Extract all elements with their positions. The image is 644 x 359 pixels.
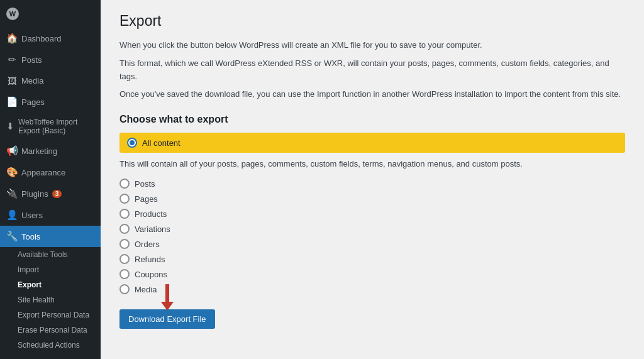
variations-radio[interactable] — [119, 224, 130, 234]
plugins-badge: 3 — [52, 190, 62, 198]
all-content-desc: This will contain all of your posts, pag… — [119, 159, 625, 168]
radio-options-list: Posts Pages Products Variations Orders R… — [119, 176, 625, 297]
main-content: Export When you click the button below W… — [101, 0, 644, 359]
sidebar-item-plugins[interactable]: 🔌 Plugins 3 — [0, 183, 101, 204]
page-title: Export — [119, 13, 625, 30]
posts-radio[interactable] — [119, 179, 130, 189]
coupons-radio[interactable] — [119, 269, 130, 279]
sidebar-item-label: Posts — [21, 55, 42, 65]
sidebar-item-media[interactable]: 🖼 Media — [0, 70, 101, 91]
media-radio[interactable] — [119, 284, 130, 294]
radio-media[interactable]: Media — [119, 282, 625, 297]
posts-label: Posts — [135, 179, 155, 189]
radio-pages[interactable]: Pages — [119, 191, 625, 206]
refunds-radio[interactable] — [119, 254, 130, 264]
sidebar-item-label: Pages — [21, 97, 45, 107]
products-label: Products — [135, 209, 167, 219]
pages-icon: 📄 — [6, 96, 18, 108]
submenu-erase-personal[interactable]: Erase Personal Data — [0, 323, 101, 338]
tools-icon: 🔧 — [6, 231, 18, 242]
sidebar-item-label: Dashboard — [21, 34, 62, 43]
tools-submenu: Available Tools Import Export Site Healt… — [0, 247, 101, 353]
radio-coupons[interactable]: Coupons — [119, 267, 625, 282]
radio-posts[interactable]: Posts — [119, 176, 625, 191]
sidebar-item-label: Appearance — [21, 168, 65, 177]
marketing-icon: 📢 — [6, 145, 18, 157]
orders-radio[interactable] — [119, 239, 130, 249]
download-arrow — [161, 284, 174, 311]
webtoffee-icon: ⬇ — [6, 121, 14, 132]
refunds-label: Refunds — [135, 255, 165, 264]
sidebar-item-webtoffee[interactable]: ⬇ WebToffee Import Export (Basic) — [0, 113, 101, 140]
products-radio[interactable] — [119, 209, 130, 219]
sidebar-item-tools[interactable]: 🔧 Tools — [0, 226, 101, 247]
all-content-radio[interactable] — [127, 138, 137, 148]
appearance-icon: 🎨 — [6, 167, 18, 178]
radio-variations[interactable]: Variations — [119, 221, 625, 236]
media-label: Media — [135, 285, 157, 294]
submenu-site-health[interactable]: Site Health — [0, 292, 101, 307]
wp-logo: W — [0, 0, 101, 28]
sidebar-item-marketing[interactable]: 📢 Marketing — [0, 140, 101, 162]
sidebar-item-dashboard[interactable]: 🏠 Dashboard — [0, 28, 101, 49]
sidebar-item-posts[interactable]: ✏ Posts — [0, 49, 101, 70]
posts-icon: ✏ — [6, 54, 18, 65]
users-icon: 👤 — [6, 209, 18, 221]
section-title: Choose what to export — [119, 114, 625, 125]
sidebar-item-label: WebToffee Import Export (Basic) — [18, 118, 94, 135]
submenu-export[interactable]: Export — [0, 277, 101, 292]
variations-label: Variations — [135, 224, 170, 234]
sidebar-item-users[interactable]: 👤 Users — [0, 204, 101, 226]
media-icon: 🖼 — [6, 75, 18, 86]
arrow-shaft — [165, 284, 169, 302]
sidebar-item-label: Plugins — [21, 189, 48, 199]
sidebar: W 🏠 Dashboard ✏ Posts 🖼 Media 📄 Pages ⬇ … — [0, 0, 101, 359]
pages-label: Pages — [135, 194, 158, 204]
all-content-option[interactable]: All content — [119, 133, 625, 153]
pages-radio[interactable] — [119, 194, 130, 204]
radio-products[interactable]: Products — [119, 206, 625, 221]
sidebar-item-label: Media — [21, 76, 43, 86]
all-content-label: All content — [142, 138, 180, 148]
coupons-label: Coupons — [135, 270, 167, 279]
submenu-import[interactable]: Import — [0, 262, 101, 277]
submenu-scheduled-actions[interactable]: Scheduled Actions — [0, 338, 101, 353]
sidebar-item-label: Marketing — [21, 146, 57, 156]
download-export-button[interactable]: Download Export File — [119, 309, 215, 329]
wp-icon: W — [6, 8, 19, 20]
radio-orders[interactable]: Orders — [119, 236, 625, 251]
download-area: Download Export File — [119, 309, 215, 329]
sidebar-item-label: Users — [21, 211, 43, 220]
submenu-available-tools[interactable]: Available Tools — [0, 247, 101, 262]
submenu-export-personal[interactable]: Export Personal Data — [0, 307, 101, 323]
dashboard-icon: 🏠 — [6, 33, 18, 44]
desc3: Once you've saved the download file, you… — [119, 88, 625, 101]
sidebar-item-label: Tools — [21, 232, 40, 241]
radio-refunds[interactable]: Refunds — [119, 251, 625, 267]
sidebar-item-pages[interactable]: 📄 Pages — [0, 91, 101, 113]
desc1: When you click the button below WordPres… — [119, 39, 625, 52]
desc2: This format, which we call WordPress eXt… — [119, 57, 625, 84]
plugins-icon: 🔌 — [6, 188, 18, 199]
orders-label: Orders — [135, 240, 160, 249]
sidebar-item-appearance[interactable]: 🎨 Appearance — [0, 162, 101, 183]
arrow-head — [161, 302, 174, 311]
